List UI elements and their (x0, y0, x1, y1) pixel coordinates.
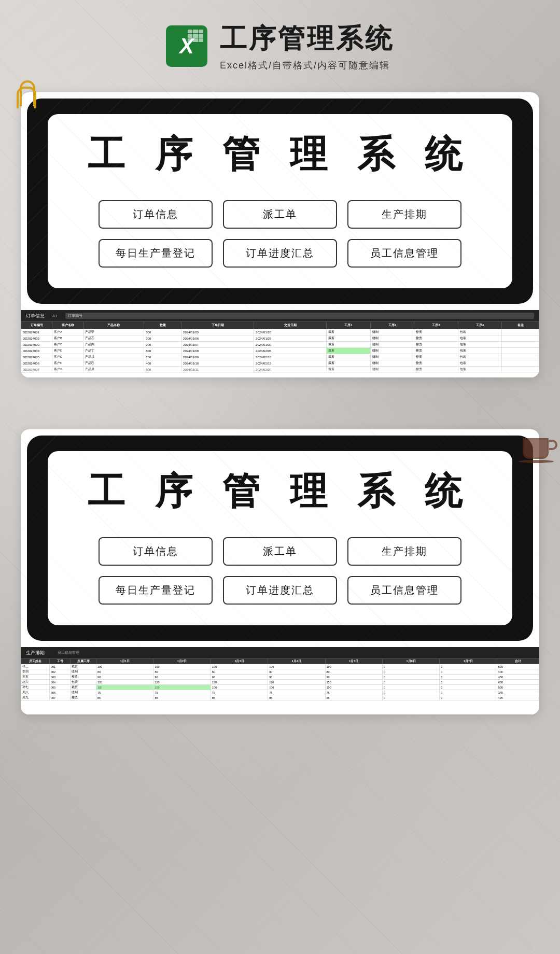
second-daily-production-button[interactable]: 每日生产量登记 (99, 576, 213, 605)
coffee-cup-decoration (519, 430, 560, 472)
cup-saucer (519, 460, 554, 463)
work-order-button[interactable]: 派工单 (223, 200, 337, 229)
table-row: 张三001裁剪10010010010010000500 (21, 664, 539, 669)
sheet-header-bar: 订单信息 A1 订单编号 (21, 310, 539, 321)
system-main-title: 工 序 管 理 系 统 (74, 130, 486, 179)
second-card-inner-black: 工 序 管 理 系 统 订单信息 派工单 生产排期 每日生产量登记 订单进度汇总… (27, 436, 533, 641)
sheet-table: 订单编号 客户名称 产品名称 数量 下单日期 交货日期 工序1 工序2 工序3 … (21, 321, 539, 373)
navigation-buttons-grid: 订单信息 派工单 生产排期 每日生产量登记 订单进度汇总 员工信息管理 (99, 200, 461, 268)
production-schedule-button[interactable]: 生产排期 (347, 200, 461, 229)
table-row: 赵六004包装12012012012012000600 (21, 680, 539, 685)
col-header: 工序3 (414, 322, 458, 329)
formula-bar: 订单编号 (65, 313, 534, 319)
second-order-info-button[interactable]: 订单信息 (99, 537, 213, 566)
col-header: 订单编号 (21, 322, 52, 329)
col-header: 交货日期 (254, 322, 327, 329)
sheet-cells-indicator: A1 (52, 314, 58, 318)
table-row: DD2024002客户B产品乙3002024/01/062024/01/25裁剪… (21, 335, 539, 342)
second-card: 工 序 管 理 系 统 订单信息 派工单 生产排期 每日生产量登记 订单进度汇总… (21, 429, 539, 714)
first-card: 工 序 管 理 系 统 订单信息 派工单 生产排期 每日生产量登记 订单进度汇总… (21, 92, 539, 377)
second-sheet-tab: 生产排期 (26, 650, 45, 656)
sheet-header-row: 订单编号 客户名称 产品名称 数量 下单日期 交货日期 工序1 工序2 工序3 … (21, 322, 539, 329)
employee-info-button[interactable]: 员工信息管理 (347, 239, 461, 268)
table-row: 孙七005裁剪10010010010010000500 (21, 685, 539, 690)
excel-grid-decoration (188, 30, 203, 42)
sheet-body: DD2024001客户A产品甲5002024/01/052024/01/20裁剪… (21, 329, 539, 373)
second-work-order-button[interactable]: 派工单 (223, 537, 337, 566)
table-row: DD2024004客户D产品丁8002024/01/082024/02/05裁剪… (21, 348, 539, 354)
second-production-schedule-button[interactable]: 生产排期 (347, 537, 461, 566)
app-subtitle: Excel格式/自带格式/内容可随意编辑 (220, 59, 394, 72)
order-progress-button[interactable]: 订单进度汇总 (223, 239, 337, 268)
second-order-progress-button[interactable]: 订单进度汇总 (223, 576, 337, 605)
second-card-white-content: 工 序 管 理 系 统 订单信息 派工单 生产排期 每日生产量登记 订单进度汇总… (48, 451, 512, 625)
col-header: 工序1 (327, 322, 370, 329)
col-header: 产品名称 (83, 322, 144, 329)
table-row: DD2024001客户A产品甲5002024/01/052024/01/20裁剪… (21, 329, 539, 335)
col-header: 客户名称 (52, 322, 83, 329)
card-white-content: 工 序 管 理 系 统 订单信息 派工单 生产排期 每日生产量登记 订单进度汇总… (48, 114, 512, 288)
app-header: 工序管理系统 Excel格式/自带格式/内容可随意编辑 (0, 0, 560, 87)
col-header: 工序4 (458, 322, 501, 329)
cup-handle (549, 440, 557, 450)
daily-production-button[interactable]: 每日生产量登记 (99, 239, 213, 268)
second-sheet-grid: 员工姓名 工号 所属工序 1月1日 1月2日 1月3日 1月4日 1月5日 1月… (21, 658, 539, 714)
col-header: 工序2 (370, 322, 414, 329)
header-text-block: 工序管理系统 Excel格式/自带格式/内容可随意编辑 (220, 21, 394, 72)
table-row: DD2024006客户F产品己4002024/01/102024/02/15裁剪… (21, 360, 539, 367)
col-header: 备注 (502, 322, 539, 329)
table-row: 吴九007整烫858585858500425 (21, 695, 539, 700)
table-row: 李四002缝制808080808000400 (21, 669, 539, 675)
col-header: 数量 (144, 322, 181, 329)
sheet-grid-area: 订单编号 客户名称 产品名称 数量 下单日期 交货日期 工序1 工序2 工序3 … (21, 321, 539, 377)
order-info-button[interactable]: 订单信息 (99, 200, 213, 229)
table-row: DD2024003客户C产品丙2002024/01/072024/01/30裁剪… (21, 342, 539, 348)
second-sheet-header: 生产排期 员工信息管理 (21, 647, 539, 658)
col-header: 下单日期 (181, 322, 254, 329)
table-row: DD2024005客户E产品戊1502024/01/092024/02/10裁剪… (21, 354, 539, 360)
excel-icon (166, 25, 207, 67)
spreadsheet-preview-2: 生产排期 员工信息管理 员工姓名 工号 所属工序 1月1日 1月2日 1月3日 … (21, 647, 539, 714)
second-sheet-body: 张三001裁剪10010010010010000500 李四002缝制80808… (21, 664, 539, 700)
paperclip-decoration (20, 80, 35, 106)
cup-body (523, 438, 549, 459)
second-sheet-table: 员工姓名 工号 所属工序 1月1日 1月2日 1月3日 1月4日 1月5日 1月… (21, 658, 539, 700)
card-inner-black: 工 序 管 理 系 统 订单信息 派工单 生产排期 每日生产量登记 订单进度汇总… (27, 99, 533, 304)
spreadsheet-preview-1: 订单信息 A1 订单编号 订单编号 客户名称 产品名称 数量 下单日期 交货日期… (21, 310, 539, 377)
app-title: 工序管理系统 (220, 21, 394, 57)
second-navigation-buttons-grid: 订单信息 派工单 生产排期 每日生产量登记 订单进度汇总 员工信息管理 (99, 537, 461, 605)
table-row: 王五003整烫909090909000450 (21, 675, 539, 680)
sheet-tab-label: 订单信息 (26, 313, 45, 319)
card-spacer (0, 388, 560, 419)
second-system-main-title: 工 序 管 理 系 统 (74, 467, 486, 516)
second-employee-info-button[interactable]: 员工信息管理 (347, 576, 461, 605)
table-row: 周八006缝制757575757500375 (21, 690, 539, 695)
table-row: DD2024007客户G产品庚6002024/01/112024/02/20裁剪… (21, 367, 539, 373)
second-sheet-header-row: 员工姓名 工号 所属工序 1月1日 1月2日 1月3日 1月4日 1月5日 1月… (21, 659, 539, 664)
